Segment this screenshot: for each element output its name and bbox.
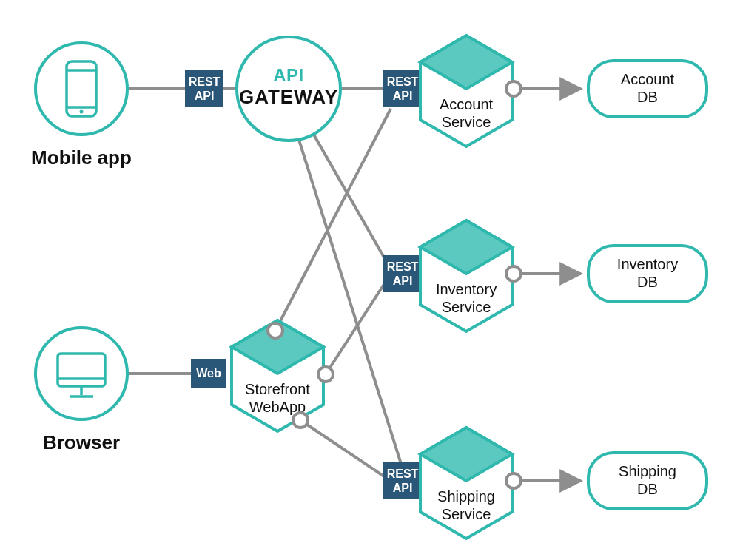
rest-api-badge-account: REST API [383, 70, 422, 107]
shipping-service-node: Shipping Service [420, 428, 521, 539]
svg-point-12 [36, 43, 127, 135]
svg-text:REST: REST [189, 75, 221, 88]
svg-text:API: API [393, 274, 413, 287]
svg-point-48 [506, 81, 521, 96]
svg-line-6 [275, 109, 391, 331]
gateway-line1: API [273, 65, 304, 85]
gateway-line2: GATEWAY [239, 86, 338, 108]
svg-text:Inventory: Inventory [617, 256, 678, 272]
inventory-db-node: Inventory DB [588, 246, 707, 302]
svg-text:Account: Account [621, 71, 675, 87]
svg-text:DB: DB [637, 481, 658, 497]
rest-api-badge-inventory: REST API [383, 255, 422, 292]
svg-text:Service: Service [442, 506, 491, 522]
rest-api-badge-shipping: REST API [383, 462, 422, 499]
svg-point-53 [506, 266, 521, 281]
svg-line-7 [326, 277, 388, 374]
svg-text:API: API [195, 90, 215, 102]
svg-point-42 [318, 367, 333, 382]
svg-point-43 [293, 413, 308, 428]
svg-text:Service: Service [442, 114, 491, 130]
account-db-node: Account DB [588, 61, 707, 117]
svg-text:DB: DB [637, 89, 658, 105]
svg-point-58 [506, 473, 521, 488]
mobile-app-node: Mobile app [31, 43, 132, 169]
rest-api-badge-gateway: REST API [185, 70, 223, 107]
web-badge: Web [191, 359, 226, 388]
storefront-service-node: Storefront WebApp [232, 320, 333, 431]
svg-line-8 [300, 420, 391, 481]
svg-point-41 [268, 323, 283, 338]
svg-text:Shipping: Shipping [437, 488, 495, 505]
svg-point-16 [80, 110, 84, 114]
svg-text:API: API [393, 482, 413, 494]
svg-text:Service: Service [442, 299, 491, 315]
browser-label: Browser [43, 431, 120, 453]
svg-text:REST: REST [387, 260, 419, 273]
browser-node: Browser [36, 328, 127, 453]
svg-text:REST: REST [387, 468, 419, 480]
svg-text:DB: DB [637, 274, 658, 290]
svg-text:Inventory: Inventory [436, 281, 497, 297]
svg-text:Storefront: Storefront [245, 381, 310, 397]
svg-text:Account: Account [440, 96, 494, 112]
account-service-node: Account Service [420, 36, 521, 146]
svg-text:API: API [393, 90, 413, 102]
svg-text:Web: Web [196, 367, 221, 379]
svg-text:REST: REST [387, 75, 419, 88]
svg-point-17 [36, 328, 127, 419]
api-gateway-node: API GATEWAY [237, 37, 340, 141]
shipping-db-node: Shipping DB [588, 453, 707, 509]
svg-text:Shipping: Shipping [619, 463, 676, 479]
mobile-app-label: Mobile app [31, 146, 132, 169]
inventory-service-node: Inventory Service [420, 220, 521, 331]
